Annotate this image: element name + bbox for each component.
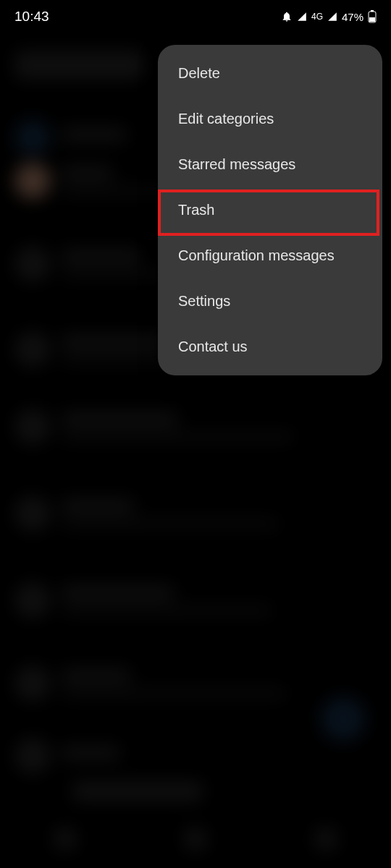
menu-item-configuration-messages[interactable]: Configuration messages [158, 233, 382, 278]
overflow-menu: Delete Edit categories Starred messages … [158, 45, 382, 375]
menu-item-delete[interactable]: Delete [158, 51, 382, 96]
menu-item-settings[interactable]: Settings [158, 278, 382, 324]
battery-percent: 47% [342, 11, 363, 23]
status-bar: 10:43 4G 47% [0, 0, 391, 33]
signal-icon-2 [327, 12, 337, 22]
svg-rect-1 [371, 10, 374, 12]
status-right: 4G 47% [281, 10, 377, 23]
battery-icon [368, 10, 377, 23]
signal-icon [297, 12, 307, 22]
menu-item-starred-messages[interactable]: Starred messages [158, 142, 382, 187]
menu-item-edit-categories[interactable]: Edit categories [158, 96, 382, 142]
menu-item-contact-us[interactable]: Contact us [158, 324, 382, 370]
network-type: 4G [311, 12, 323, 22]
menu-item-trash[interactable]: Trash [158, 187, 382, 233]
svg-rect-2 [369, 17, 375, 22]
alarm-icon [281, 11, 293, 22]
status-time: 10:43 [14, 9, 49, 25]
